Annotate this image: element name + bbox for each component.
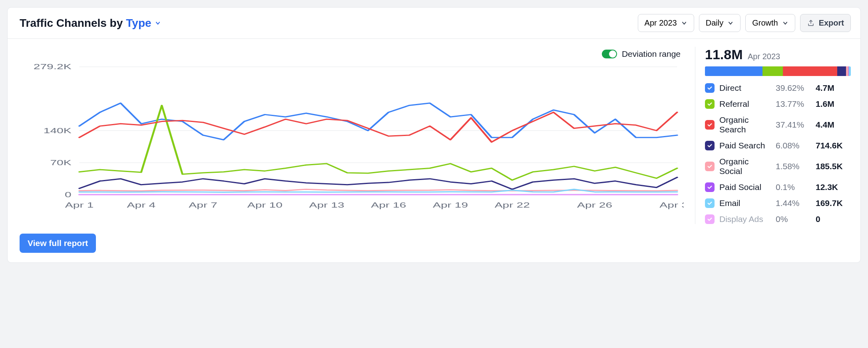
legend-item[interactable]: Display Ads0%0 bbox=[705, 214, 851, 224]
y-axis-label: 70K bbox=[50, 159, 72, 167]
legend-checkbox[interactable] bbox=[705, 162, 715, 171]
y-axis-label: 279.2K bbox=[34, 63, 72, 71]
x-axis-label: Apr 4 bbox=[127, 201, 155, 209]
chevron-down-icon bbox=[681, 20, 687, 26]
legend-item[interactable]: Paid Search6.08%714.6K bbox=[705, 141, 851, 150]
legend-checkbox[interactable] bbox=[705, 120, 715, 130]
export-icon bbox=[807, 19, 815, 27]
legend-pct: 1.44% bbox=[776, 198, 811, 208]
legend-name: Organic Search bbox=[719, 115, 771, 134]
card-header: Traffic Channels by Type Apr 2023 Daily … bbox=[8, 8, 860, 39]
legend-name: Paid Search bbox=[719, 141, 771, 150]
legend-pct: 1.58% bbox=[776, 162, 811, 171]
legend-name: Display Ads bbox=[719, 214, 771, 224]
legend-value: 4.4M bbox=[816, 120, 851, 130]
legend-value: 1.6M bbox=[816, 99, 851, 109]
export-label: Export bbox=[819, 18, 844, 28]
legend-name: Referral bbox=[719, 99, 771, 109]
check-icon bbox=[707, 216, 713, 222]
deviation-toggle[interactable] bbox=[602, 50, 617, 58]
check-icon bbox=[707, 164, 713, 169]
legend-list: Direct39.62%4.7MReferral13.77%1.6MOrgani… bbox=[705, 83, 851, 224]
legend-column: 11.8M Apr 2023 Direct39.62%4.7MReferral1… bbox=[695, 47, 851, 224]
series-line bbox=[80, 106, 677, 180]
summary-period: Apr 2023 bbox=[748, 52, 780, 61]
period-select[interactable]: Apr 2023 bbox=[638, 14, 694, 32]
x-axis-label: Apr 22 bbox=[495, 201, 530, 209]
legend-checkbox[interactable] bbox=[705, 182, 715, 192]
x-axis-label: Apr 13 bbox=[309, 201, 344, 209]
distribution-bar bbox=[705, 66, 851, 76]
legend-item[interactable]: Referral13.77%1.6M bbox=[705, 99, 851, 109]
legend-pct: 0.1% bbox=[776, 182, 811, 192]
y-axis-label: 0 bbox=[65, 191, 72, 199]
header-controls: Apr 2023 Daily Growth Export bbox=[638, 14, 851, 32]
granularity-label: Daily bbox=[706, 18, 723, 28]
legend-pct: 39.62% bbox=[776, 83, 811, 93]
distribution-segment bbox=[762, 66, 782, 76]
distribution-segment bbox=[849, 66, 851, 76]
x-axis-label: Apr 16 bbox=[371, 201, 406, 209]
legend-pct: 0% bbox=[776, 214, 811, 224]
view-full-report-button[interactable]: View full report bbox=[20, 234, 96, 253]
metric-select[interactable]: Growth bbox=[745, 14, 795, 32]
x-axis-label: Apr 1 bbox=[65, 201, 94, 209]
title-type-dropdown[interactable]: Type bbox=[126, 17, 161, 30]
summary: 11.8M Apr 2023 bbox=[705, 47, 851, 62]
x-axis-label: Apr 7 bbox=[189, 201, 217, 209]
legend-pct: 37.41% bbox=[776, 120, 811, 130]
card-title: Traffic Channels by Type bbox=[20, 17, 161, 30]
deviation-toggle-row: Deviation range bbox=[20, 47, 684, 63]
export-button[interactable]: Export bbox=[800, 14, 851, 32]
distribution-segment bbox=[783, 66, 837, 76]
check-icon bbox=[707, 85, 713, 91]
y-axis-label: 140K bbox=[44, 127, 72, 135]
series-line bbox=[80, 177, 677, 189]
chart-column: Deviation range 070K140K279.2KApr 1Apr 4… bbox=[20, 47, 684, 224]
traffic-channels-card: Traffic Channels by Type Apr 2023 Daily … bbox=[7, 7, 861, 263]
card-body: Deviation range 070K140K279.2KApr 1Apr 4… bbox=[8, 39, 860, 234]
legend-checkbox[interactable] bbox=[705, 214, 715, 224]
legend-value: 169.7K bbox=[816, 198, 851, 208]
check-icon bbox=[707, 200, 713, 206]
legend-item[interactable]: Direct39.62%4.7M bbox=[705, 83, 851, 93]
chevron-down-icon bbox=[782, 20, 788, 26]
legend-value: 185.5K bbox=[816, 162, 851, 171]
legend-checkbox[interactable] bbox=[705, 83, 715, 93]
legend-name: Direct bbox=[719, 83, 771, 93]
legend-checkbox[interactable] bbox=[705, 99, 715, 109]
x-axis-label: Apr 26 bbox=[577, 201, 612, 209]
x-axis-label: Apr 30 bbox=[659, 201, 684, 209]
legend-pct: 13.77% bbox=[776, 99, 811, 109]
title-prefix: Traffic Channels by bbox=[20, 17, 123, 30]
granularity-select[interactable]: Daily bbox=[699, 14, 741, 32]
legend-value: 0 bbox=[816, 214, 851, 224]
legend-checkbox[interactable] bbox=[705, 141, 715, 150]
legend-name: Organic Social bbox=[719, 157, 771, 176]
title-type-label: Type bbox=[126, 17, 151, 30]
check-icon bbox=[707, 184, 713, 190]
legend-value: 4.7M bbox=[816, 83, 851, 93]
legend-pct: 6.08% bbox=[776, 141, 811, 150]
legend-value: 12.3K bbox=[816, 182, 851, 192]
summary-total: 11.8M bbox=[705, 47, 743, 62]
legend-value: 714.6K bbox=[816, 141, 851, 150]
deviation-label: Deviation range bbox=[622, 49, 681, 59]
period-label: Apr 2023 bbox=[645, 18, 677, 28]
chevron-down-icon bbox=[155, 20, 161, 26]
distribution-segment bbox=[705, 66, 762, 76]
check-icon bbox=[707, 122, 713, 128]
check-icon bbox=[707, 143, 713, 148]
metric-label: Growth bbox=[752, 18, 778, 28]
x-axis-label: Apr 10 bbox=[247, 201, 283, 209]
distribution-segment bbox=[837, 66, 846, 76]
legend-item[interactable]: Organic Social1.58%185.5K bbox=[705, 157, 851, 176]
legend-name: Paid Social bbox=[719, 182, 771, 192]
card-footer: View full report bbox=[8, 234, 860, 262]
legend-item[interactable]: Organic Search37.41%4.4M bbox=[705, 115, 851, 134]
legend-name: Email bbox=[719, 198, 771, 208]
legend-item[interactable]: Paid Social0.1%12.3K bbox=[705, 182, 851, 192]
legend-checkbox[interactable] bbox=[705, 198, 715, 208]
legend-item[interactable]: Email1.44%169.7K bbox=[705, 198, 851, 208]
line-chart[interactable]: 070K140K279.2KApr 1Apr 4Apr 7Apr 10Apr 1… bbox=[20, 63, 684, 211]
